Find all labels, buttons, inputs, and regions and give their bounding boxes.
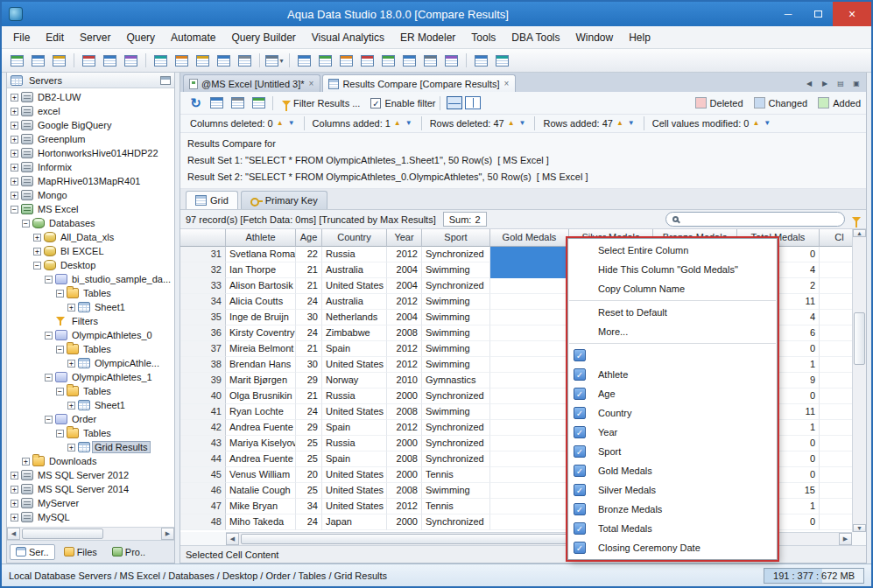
grid-cell[interactable] bbox=[820, 247, 852, 262]
grid-cell[interactable]: Russia bbox=[322, 436, 387, 452]
grid-cell[interactable]: Zimbabwe bbox=[322, 326, 387, 341]
tree-item-grid-results[interactable]: +Grid Results bbox=[7, 440, 174, 454]
grid-cell[interactable]: Gymnastics bbox=[422, 373, 490, 388]
tree-item-myserver[interactable]: +MyServer bbox=[7, 496, 174, 510]
grid-cell[interactable]: 2008 bbox=[387, 483, 422, 499]
tab-results-compare-compare-results[interactable]: Results Compare [Compare Results]× bbox=[322, 74, 516, 92]
grid-cell[interactable]: 2008 bbox=[387, 326, 422, 341]
pivot-grid-icon[interactable] bbox=[315, 52, 335, 70]
grid-cell[interactable]: Miho Takeda bbox=[226, 514, 296, 530]
menu-item-file[interactable]: File bbox=[5, 28, 38, 47]
tree-expander-icon[interactable]: + bbox=[11, 514, 18, 522]
grid-cell[interactable] bbox=[490, 404, 569, 420]
grid-cell[interactable] bbox=[490, 420, 569, 436]
scroll-right-icon[interactable]: ▶ bbox=[161, 528, 174, 540]
menu-item-help[interactable]: Help bbox=[621, 28, 658, 47]
grid-cell[interactable]: 24 bbox=[296, 326, 322, 341]
connect-server-icon[interactable] bbox=[28, 52, 48, 70]
grid-cell[interactable] bbox=[820, 278, 852, 294]
tree-item-ms-sql-server-2012[interactable]: +MS SQL Server 2012 bbox=[7, 468, 174, 482]
grid-cell[interactable]: Synchronized bbox=[422, 436, 490, 452]
grid-cell[interactable]: Swimming bbox=[422, 294, 490, 310]
grid-cell[interactable]: United States bbox=[322, 499, 387, 514]
grid-cell[interactable]: 45 bbox=[180, 467, 226, 483]
grid-cell[interactable]: Ian Thorpe bbox=[226, 262, 296, 278]
grid-cell[interactable]: 32 bbox=[180, 262, 226, 278]
tree-item-ms-sql-server-2014[interactable]: +MS SQL Server 2014 bbox=[7, 482, 174, 496]
split-vertical-icon[interactable] bbox=[465, 96, 481, 109]
grid-cell[interactable]: 43 bbox=[180, 436, 226, 452]
tree-item-tables[interactable]: −Tables bbox=[7, 426, 174, 440]
menu-check-silver-medals[interactable]: ✓Silver Medals bbox=[568, 480, 777, 500]
grid-cell[interactable]: United States bbox=[322, 278, 387, 294]
grid-cell[interactable]: 20 bbox=[296, 467, 322, 483]
grid-cell[interactable]: 25 bbox=[296, 436, 322, 452]
automate-icon[interactable] bbox=[172, 52, 192, 70]
menu-check-athlete[interactable]: ✓Athlete bbox=[568, 365, 777, 384]
tab-scroll-left-icon[interactable]: ◀ bbox=[802, 76, 816, 90]
grid-cell[interactable] bbox=[820, 514, 852, 530]
menu-item-reset-to-default[interactable]: Reset to Default bbox=[568, 303, 777, 322]
grid-cell[interactable]: 34 bbox=[296, 499, 322, 514]
menu-check-age[interactable]: ✓Age bbox=[568, 384, 777, 403]
tree-item-order[interactable]: −Order bbox=[7, 412, 174, 426]
grid-cell[interactable] bbox=[490, 278, 569, 294]
close-button[interactable]: × bbox=[833, 2, 871, 26]
tree-expander-icon[interactable]: + bbox=[33, 248, 41, 256]
sidebar-hscroll-track[interactable] bbox=[20, 528, 161, 540]
grid-cell[interactable]: Andrea Fuente bbox=[226, 452, 296, 467]
next-columns-added-icon[interactable]: ▼ bbox=[405, 120, 413, 127]
tree-expander-icon[interactable]: − bbox=[11, 206, 18, 214]
grid-cell[interactable]: 22 bbox=[296, 247, 322, 262]
grid-cell[interactable] bbox=[820, 483, 852, 499]
tree-item-downloads[interactable]: +Downloads bbox=[7, 454, 174, 468]
grid-cell[interactable] bbox=[490, 357, 569, 373]
column-header-athlete[interactable]: Athlete bbox=[226, 229, 296, 247]
tab-close-icon[interactable]: × bbox=[503, 79, 510, 88]
tree-expander-icon[interactable]: + bbox=[11, 94, 18, 102]
grid-cell[interactable]: Swimming bbox=[422, 357, 490, 373]
grid-cell[interactable] bbox=[820, 452, 852, 467]
tree-expander-icon[interactable]: + bbox=[22, 458, 30, 466]
grid-cell[interactable] bbox=[820, 262, 852, 278]
enable-filter-checkbox[interactable]: ✓ Enable filter bbox=[370, 98, 435, 108]
form-view-icon[interactable] bbox=[336, 52, 356, 70]
column-header-country[interactable]: Country bbox=[322, 229, 387, 247]
next-columns-deleted-icon[interactable]: ▼ bbox=[287, 120, 296, 127]
tab-list-icon[interactable]: ▤ bbox=[834, 76, 848, 90]
grid-cell[interactable] bbox=[490, 326, 569, 341]
grid-cell[interactable] bbox=[490, 247, 569, 262]
grid-cell[interactable] bbox=[820, 357, 852, 373]
grid-cell[interactable]: Swimming bbox=[422, 483, 490, 499]
menu-item-select-entire-column[interactable]: Select Entire Column bbox=[568, 241, 777, 260]
tree-expander-icon[interactable]: − bbox=[45, 374, 53, 382]
tab-primary-key[interactable]: Primary Key bbox=[241, 191, 327, 209]
next-cell-values-modified-icon[interactable]: ▼ bbox=[763, 120, 771, 127]
ddl-view-icon[interactable] bbox=[471, 52, 491, 70]
tree-expander-icon[interactable]: + bbox=[67, 360, 75, 368]
grid-cell[interactable] bbox=[820, 341, 852, 357]
grid-cell[interactable]: 47 bbox=[180, 499, 226, 514]
tree-expander-icon[interactable]: − bbox=[56, 346, 64, 354]
column-header-cl[interactable]: Cl bbox=[820, 229, 852, 247]
grid-results-icon[interactable] bbox=[294, 52, 314, 70]
grid-cell[interactable]: Synchronized bbox=[422, 452, 490, 467]
grid-cell[interactable] bbox=[820, 310, 852, 326]
grid-cell[interactable]: 2004 bbox=[387, 262, 422, 278]
tree-expander-icon[interactable]: + bbox=[11, 178, 18, 186]
grid-cell[interactable]: Swimming bbox=[422, 262, 490, 278]
tree-expander-icon[interactable]: + bbox=[11, 164, 18, 172]
scroll-left-icon[interactable]: ◀ bbox=[226, 533, 239, 545]
menu-item-more[interactable]: More... bbox=[568, 322, 777, 341]
grid-cell[interactable] bbox=[820, 467, 852, 483]
editor-maximize-icon[interactable]: ▣ bbox=[849, 76, 863, 90]
tree-item-mysql[interactable]: +MySQL bbox=[7, 510, 174, 524]
grid-cell[interactable] bbox=[490, 310, 569, 326]
grid-cell[interactable]: 34 bbox=[180, 294, 226, 310]
tree-item-informix[interactable]: +Informix bbox=[7, 160, 174, 174]
grid-cell[interactable]: 30 bbox=[296, 357, 322, 373]
tree-expander-icon[interactable]: + bbox=[11, 122, 18, 130]
grid-cell[interactable]: Spain bbox=[322, 452, 387, 467]
grid-cell[interactable]: 2012 bbox=[387, 499, 422, 514]
grid-cell[interactable]: Synchronized bbox=[422, 388, 490, 404]
